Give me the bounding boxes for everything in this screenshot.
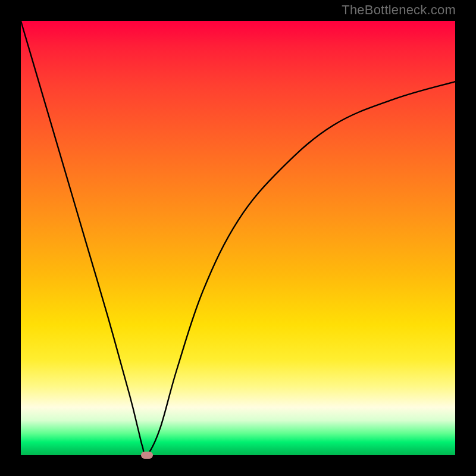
plot-area — [21, 21, 455, 455]
chart-frame: TheBottleneck.com — [0, 0, 476, 476]
bottleneck-curve — [21, 21, 455, 455]
minimum-marker — [141, 452, 153, 459]
watermark-text: TheBottleneck.com — [342, 2, 456, 18]
